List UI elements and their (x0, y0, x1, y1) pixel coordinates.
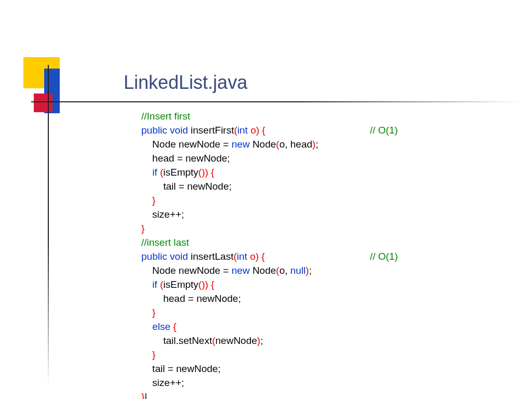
code-block: //Insert first public void insertFirst(i… (141, 109, 398, 399)
kw-new: new (232, 265, 250, 276)
code-text (141, 279, 152, 290)
brace-open: { (208, 279, 215, 290)
code-text: tail = newNode; (141, 363, 221, 374)
paren-close: o) (248, 125, 259, 136)
complexity-o1: // O(1) (370, 125, 398, 136)
code-text: ; (315, 139, 318, 150)
brace-open: { (259, 251, 265, 262)
code-text: o, head (280, 139, 312, 150)
kw-if: if (152, 167, 157, 178)
horizontal-divider (31, 101, 522, 102)
kw-int: int (237, 251, 247, 262)
kw-int: int (237, 125, 248, 136)
method-insertFirst: insertFirst (188, 125, 234, 136)
brace-close: } (141, 195, 155, 206)
method-insertLast: insertLast (188, 251, 234, 262)
comment-insert-first: //Insert first (141, 111, 190, 122)
kw-new: new (232, 139, 250, 150)
code-text (141, 167, 152, 178)
cursor: | (144, 391, 147, 399)
brace-close: } (141, 349, 155, 360)
kw-void: void (170, 125, 188, 136)
comment-insert-last: //insert last (141, 237, 189, 248)
brace-close: } (141, 223, 144, 234)
brace-open: { (170, 321, 177, 332)
brace-close: } (141, 307, 155, 318)
kw-if: if (152, 279, 157, 290)
kw-null: null (290, 265, 306, 276)
code-text: ; (309, 265, 312, 276)
kw-public: public (141, 125, 167, 136)
code-text: newNode (216, 335, 257, 346)
code-text: tail.setNext (141, 335, 212, 346)
code-text: ; (260, 335, 263, 346)
code-text: size++; (141, 209, 184, 220)
paren-open: ( (157, 279, 164, 290)
code-text: o, (280, 265, 290, 276)
brace-open: { (208, 167, 215, 178)
kw-public: public (141, 251, 167, 262)
code-text: tail = newNode; (141, 181, 232, 192)
code-text: Node newNode = (141, 139, 232, 150)
slide-logo (23, 57, 107, 114)
code-text: Node (250, 139, 276, 150)
code-text: head = newNode; (141, 153, 230, 164)
code-text: head = newNode; (141, 293, 241, 304)
paren-close: ()) (198, 279, 208, 290)
code-text: isEmpty (163, 279, 198, 290)
code-text: Node (250, 265, 276, 276)
paren-close: ()) (198, 167, 208, 178)
code-text: isEmpty (163, 167, 198, 178)
logo-red-square (34, 94, 52, 112)
paren-close: o) (247, 251, 259, 262)
code-text: Node newNode = (141, 265, 232, 276)
code-text (141, 321, 152, 332)
complexity-o1: // O(1) (370, 251, 398, 262)
code-text: size++; (141, 377, 184, 388)
slide-title: LinkedList.java (124, 72, 247, 94)
vertical-divider (48, 65, 49, 387)
kw-else: else (152, 321, 170, 332)
paren-open: ( (157, 167, 164, 178)
kw-void: void (170, 251, 188, 262)
brace-open: { (259, 125, 265, 136)
